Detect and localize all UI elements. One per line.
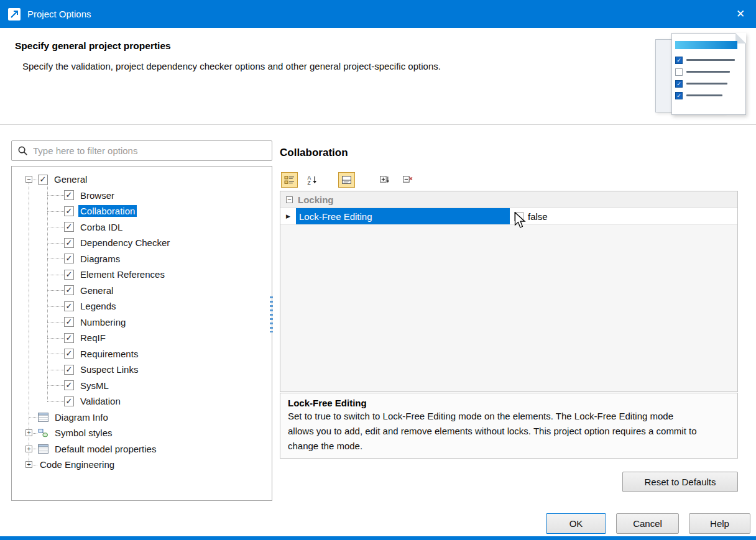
expand-toggle-icon[interactable]: + xyxy=(25,461,32,468)
reset-to-defaults-button[interactable]: Reset to Defaults xyxy=(622,472,738,492)
text-line xyxy=(686,59,735,61)
tree-checkbox[interactable]: ✓ xyxy=(64,285,74,295)
tree-checkbox[interactable]: ✓ xyxy=(64,396,74,406)
categorized-view-button[interactable] xyxy=(281,172,298,188)
property-value-cell[interactable]: false xyxy=(510,208,737,224)
property-row-lock-free-editing[interactable]: ▶Lock-Free Editingfalse xyxy=(280,208,737,225)
tree-checkbox[interactable]: ✓ xyxy=(64,270,74,280)
tree-item-legends[interactable]: ✓Legends xyxy=(12,298,272,314)
show-description-area-icon xyxy=(341,175,352,185)
close-button[interactable]: ✕ xyxy=(725,0,756,28)
text-line xyxy=(686,94,722,96)
tree-item-label: Default model properties xyxy=(53,443,158,455)
group-collapse-icon[interactable]: − xyxy=(286,196,293,203)
checked-checkbox-icon: ✓ xyxy=(675,92,683,99)
tree-item-label: Browser xyxy=(78,190,116,201)
property-rows: ▶Lock-Free Editingfalse xyxy=(280,208,737,225)
tree-item-reqif[interactable]: ✓ReqIF xyxy=(12,330,272,346)
search-icon xyxy=(17,145,28,156)
tree-item-sysml[interactable]: ✓SysML xyxy=(12,378,272,394)
graphic-title-band xyxy=(675,41,737,49)
tree-item-general[interactable]: −✓General xyxy=(12,172,272,188)
dialog-header: Specify general project properties Speci… xyxy=(0,28,756,125)
header-subtitle: Specify the validation, project dependen… xyxy=(22,61,441,71)
tree-checkbox[interactable]: ✓ xyxy=(64,365,74,375)
ok-button[interactable]: OK xyxy=(546,513,606,534)
tree-checkbox[interactable]: ✓ xyxy=(64,317,74,327)
tree-item-label: Diagram Info xyxy=(53,411,110,423)
window-border xyxy=(0,536,756,540)
tree-checkbox[interactable]: ✓ xyxy=(64,222,74,232)
checked-checkbox-icon: ✓ xyxy=(675,57,683,64)
tree-item-label: Requirements xyxy=(78,348,140,360)
sort-alphabetically-icon: AZ xyxy=(307,175,318,185)
tree-checkbox[interactable]: ✓ xyxy=(64,238,74,248)
tree-checkbox[interactable]: ✓ xyxy=(64,206,74,216)
description-body: Set to true to switch to Lock-Free Editi… xyxy=(288,409,698,454)
tree-item-label: Numbering xyxy=(78,316,127,328)
sort-alphabetically-button[interactable]: AZ xyxy=(304,172,321,188)
text-line xyxy=(686,83,727,85)
checklist-graphic: ✓ ✓ ✓ xyxy=(654,32,749,120)
graphic-checklist-rows: ✓ ✓ ✓ xyxy=(675,54,742,101)
tree-item-corba-idl[interactable]: ✓Corba IDL xyxy=(12,219,272,236)
property-toolbar: AZ xyxy=(281,170,416,189)
tree-item-dependency-checker[interactable]: ✓Dependency Checker xyxy=(12,235,272,251)
tree-checkbox[interactable]: ✓ xyxy=(64,349,74,359)
tree-item-label: Symbol styles xyxy=(53,427,114,439)
tree-item-diagrams[interactable]: ✓Diagrams xyxy=(12,251,272,267)
graphic-front-page: ✓ ✓ ✓ xyxy=(671,33,746,115)
expand-toggle-icon[interactable]: + xyxy=(25,429,32,436)
tree-checkbox[interactable]: ✓ xyxy=(64,190,74,200)
property-value: false xyxy=(528,211,548,222)
tree-item-element-references[interactable]: ✓Element References xyxy=(12,267,272,283)
tree-checkbox[interactable]: ✓ xyxy=(64,380,74,390)
tree-item-label: Suspect Links xyxy=(78,364,140,375)
graphic-row: ✓ xyxy=(675,78,742,89)
tree-item-collaboration[interactable]: ✓Collaboration xyxy=(12,203,272,219)
tree-item-label: Validation xyxy=(78,395,122,407)
tree-checkbox[interactable]: ✓ xyxy=(64,301,74,311)
tree-checkbox[interactable]: ✓ xyxy=(64,333,74,343)
tree-item-validation[interactable]: ✓Validation xyxy=(12,393,272,410)
filter-input[interactable] xyxy=(33,145,266,156)
property-group-locking[interactable]: − Locking xyxy=(280,191,737,208)
tree-item-symbol-styles[interactable]: +Symbol styles xyxy=(12,425,272,441)
expand-toggle-icon[interactable]: + xyxy=(25,446,32,452)
tree-item-requirements[interactable]: ✓Requirements xyxy=(12,346,272,362)
tree-item-diagram-info[interactable]: Diagram Info xyxy=(12,410,272,426)
symbol-icon xyxy=(38,428,48,437)
description-title: Lock-Free Editing xyxy=(288,398,730,408)
cancel-button[interactable]: Cancel xyxy=(616,513,679,534)
titlebar[interactable]: Project Options ✕ xyxy=(0,0,756,28)
app-icon xyxy=(7,7,21,21)
tree-item-label: Diagrams xyxy=(78,253,122,265)
tree-item-suspect-links[interactable]: ✓Suspect Links xyxy=(12,362,272,378)
graphic-row: ✓ xyxy=(675,54,742,66)
help-button[interactable]: Help xyxy=(689,513,750,534)
property-name: Lock-Free Editing xyxy=(296,208,510,224)
window-title: Project Options xyxy=(27,9,91,19)
tree-item-numbering[interactable]: ✓Numbering xyxy=(12,314,272,331)
tree-checkbox[interactable]: ✓ xyxy=(64,254,74,263)
row-expand-arrow-icon[interactable]: ▶ xyxy=(280,208,296,224)
tree-item-label: General xyxy=(52,173,89,185)
group-label: Locking xyxy=(298,194,334,205)
tree-checkbox[interactable]: ✓ xyxy=(38,175,48,185)
tree-item-general[interactable]: ✓General xyxy=(12,283,272,299)
tree-item-label: Code Engineering xyxy=(38,459,116,470)
description-panel: Lock-Free Editing Set to true to switch … xyxy=(280,393,738,459)
collapse-all-icon xyxy=(402,175,413,185)
collapse-toggle-icon[interactable]: − xyxy=(25,176,32,183)
tree-item-label: General xyxy=(78,285,115,296)
expand-all-icon xyxy=(379,175,390,185)
show-description-area-button[interactable] xyxy=(338,172,355,188)
collapse-all-button[interactable] xyxy=(399,172,416,188)
splitter-handle[interactable] xyxy=(270,296,273,332)
expand-all-button[interactable] xyxy=(376,172,393,188)
property-grid: − Locking ▶Lock-Free Editingfalse xyxy=(280,191,738,392)
tree-item-default-model-properties[interactable]: +Default model properties xyxy=(12,441,272,457)
tree-item-label: SysML xyxy=(78,380,111,391)
tree-item-browser[interactable]: ✓Browser xyxy=(12,188,272,204)
tree-item-code-engineering[interactable]: +Code Engineering xyxy=(12,457,272,473)
